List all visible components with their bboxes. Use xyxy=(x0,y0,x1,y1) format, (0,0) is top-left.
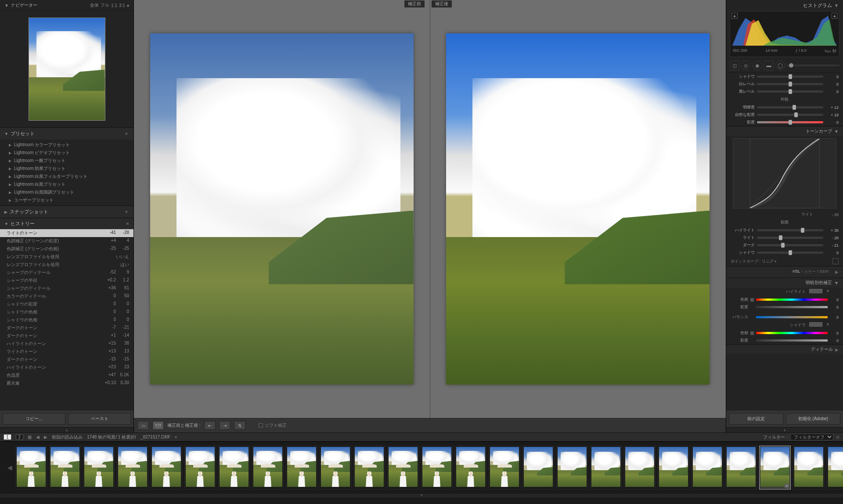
filmstrip-thumb[interactable] xyxy=(286,446,317,490)
filmstrip-thumb[interactable] xyxy=(522,446,554,490)
presets-header[interactable]: ▼ プリセット ＋ xyxy=(0,128,133,140)
history-item[interactable]: ダークのトーン-7-21 xyxy=(0,324,133,332)
zoom-menu-icon[interactable]: ♦ xyxy=(127,3,129,8)
preset-item[interactable]: ▶Lightroom 一般プリセット xyxy=(9,157,133,165)
filmstrip-thumb[interactable] xyxy=(184,446,216,490)
tc-shadow-slider[interactable] xyxy=(757,252,823,254)
brush-size-slider[interactable] xyxy=(787,65,839,66)
zoom-fit[interactable]: 全体 xyxy=(90,2,99,8)
shadow-clip-icon[interactable]: ▲ xyxy=(731,13,738,19)
swap-before-icon[interactable]: ⇤ xyxy=(204,421,216,430)
zoom-1-1[interactable]: 1:1 xyxy=(111,3,117,8)
history-item[interactable]: 色調補正 (グリーンの色相)-25-25 xyxy=(0,245,133,253)
filmstrip-thumb[interactable] xyxy=(218,446,250,490)
history-item[interactable]: ライトのトーン-41-28 xyxy=(0,229,133,237)
history-item[interactable]: ライトのトーン+1313 xyxy=(0,348,133,356)
after-image-area[interactable] xyxy=(430,0,726,418)
histogram[interactable]: ▲ ▲ ISO 200 14 mm ƒ / 8.0 ¹⁄₄₀₀ 秒 xyxy=(730,11,839,57)
st-sh-hue-slider[interactable] xyxy=(756,332,828,334)
filmstrip-thumb[interactable] xyxy=(556,446,588,490)
before-image-area[interactable] xyxy=(134,0,430,418)
page-2[interactable]: 2 xyxy=(16,434,24,440)
filmstrip-thumb[interactable] xyxy=(117,446,148,490)
copy-settings-icon[interactable]: ⇅ xyxy=(234,421,245,430)
forward-icon[interactable]: ▶ xyxy=(44,435,47,439)
history-item[interactable]: 色調補正 (グリーンの彩度)+44 xyxy=(0,237,133,245)
tc-light-slider[interactable] xyxy=(757,237,823,239)
preset-item[interactable]: ▶Lightroom 効果プリセット xyxy=(9,165,133,173)
filmstrip-thumb[interactable] xyxy=(658,446,689,490)
add-snapshot-icon[interactable]: ＋ xyxy=(124,208,129,216)
history-item[interactable]: シャープのディテール+3661 xyxy=(0,284,133,292)
filmstrip-thumb[interactable] xyxy=(489,446,520,490)
st-hl-hue-slider[interactable] xyxy=(756,299,828,301)
filmstrip-thumb[interactable] xyxy=(15,446,47,490)
paste-button[interactable]: ペースト xyxy=(68,413,131,425)
panel-grip-icon[interactable]: ▲ xyxy=(726,427,843,432)
history-item[interactable]: ダークのトーン-15-15 xyxy=(0,356,133,364)
grid-view-icon[interactable]: ▦ xyxy=(28,435,32,439)
filmstrip-thumb[interactable] xyxy=(692,446,723,490)
tc-dark-slider[interactable] xyxy=(757,244,823,246)
history-item[interactable]: シャープのディテール-529 xyxy=(0,269,133,277)
history-item[interactable]: シャドウの色相00 xyxy=(0,308,133,316)
swap-after-icon[interactable]: ⇥ xyxy=(219,421,231,430)
hsl-header[interactable]: HSL / カラー / B&W ▶ xyxy=(726,266,843,277)
point-curve-toggle-icon[interactable] xyxy=(832,258,839,264)
history-item[interactable]: ハイライトのトーン+1538 xyxy=(0,340,133,348)
filmstrip-thumb[interactable] xyxy=(421,446,453,490)
history-item[interactable]: シャドウの彩度00 xyxy=(0,300,133,308)
radial-tool-icon[interactable]: ◯ xyxy=(775,61,785,70)
filmstrip-thumb[interactable]: ⊞ xyxy=(759,446,791,490)
filmstrip-thumb[interactable] xyxy=(49,446,81,490)
tone-curve-header[interactable]: トーンカーブ▼ xyxy=(726,126,843,136)
history-item[interactable]: シャープの半径+0.21.2 xyxy=(0,277,133,284)
tone-curve-graph[interactable] xyxy=(733,138,836,209)
crop-tool-icon[interactable]: ◫ xyxy=(730,61,739,70)
filmstrip-thumb[interactable] xyxy=(320,446,351,490)
filmstrip-thumb[interactable] xyxy=(455,446,486,490)
clarity-slider[interactable] xyxy=(757,106,823,108)
history-item[interactable]: シャドウの色相00 xyxy=(0,316,133,324)
filmstrip-thumb[interactable] xyxy=(252,446,284,490)
black-slider[interactable] xyxy=(757,90,823,93)
shadow-slider[interactable] xyxy=(757,76,823,78)
reset-button[interactable]: 初期化 (Adobe) xyxy=(786,413,840,425)
filter-select[interactable]: フィルターオフ xyxy=(790,434,833,440)
snapshots-header[interactable]: ▶ スナップショット ＋ xyxy=(0,206,133,218)
filmstrip-thumb[interactable] xyxy=(590,446,622,490)
preset-item[interactable]: ▶Lightroom ビデオプリセット xyxy=(9,149,133,157)
white-slider[interactable] xyxy=(757,83,823,85)
vibrance-slider[interactable] xyxy=(757,114,823,116)
history-item[interactable]: 露光量+0.100.30 xyxy=(0,379,133,387)
panel-grip-icon[interactable]: ▼ xyxy=(0,493,843,497)
filter-lock-icon[interactable]: ⊘ xyxy=(836,435,839,439)
filmstrip-thumb[interactable] xyxy=(624,446,656,490)
redeye-tool-icon[interactable]: ◉ xyxy=(753,61,762,70)
history-item[interactable]: ダークのトーン+1-14 xyxy=(0,332,133,340)
saturation-slider[interactable] xyxy=(757,121,823,123)
filmstrip-left-icon[interactable]: ◀ xyxy=(7,464,13,471)
highlight-clip-icon[interactable]: ▲ xyxy=(832,13,838,19)
soft-proof-checkbox[interactable]: ソフト校正 xyxy=(259,422,287,428)
panel-grip-icon[interactable]: ▲ xyxy=(0,427,133,432)
preset-item[interactable]: ▶Lightroom 白黒フィルタープリセット xyxy=(9,173,133,180)
loupe-view-icon[interactable]: ▭ xyxy=(137,421,149,430)
navigator-preview[interactable] xyxy=(0,11,133,127)
preset-item[interactable]: ▶ユーザープリセット xyxy=(9,196,133,204)
copy-button[interactable]: コピー... xyxy=(3,413,65,425)
previous-settings-button[interactable]: 前の設定 xyxy=(729,413,783,425)
st-sh-sat-slider[interactable] xyxy=(756,339,828,342)
spot-tool-icon[interactable]: ◎ xyxy=(741,61,751,70)
st-balance-slider[interactable] xyxy=(756,316,828,318)
zoom-fill[interactable]: フル xyxy=(101,2,109,8)
histogram-header[interactable]: ヒストグラム ▼ xyxy=(726,0,843,11)
filmstrip-thumb[interactable] xyxy=(793,446,825,490)
gradient-tool-icon[interactable]: ▬ xyxy=(764,61,774,70)
tc-highlight-slider[interactable] xyxy=(757,229,823,231)
filmstrip-thumb[interactable] xyxy=(725,446,757,490)
st-hl-sat-slider[interactable] xyxy=(756,306,828,308)
compare-yy-icon[interactable]: Y|Y xyxy=(152,421,164,430)
page-1[interactable]: 1 xyxy=(4,434,11,440)
history-header[interactable]: ▼ ヒストリー × xyxy=(0,218,133,229)
